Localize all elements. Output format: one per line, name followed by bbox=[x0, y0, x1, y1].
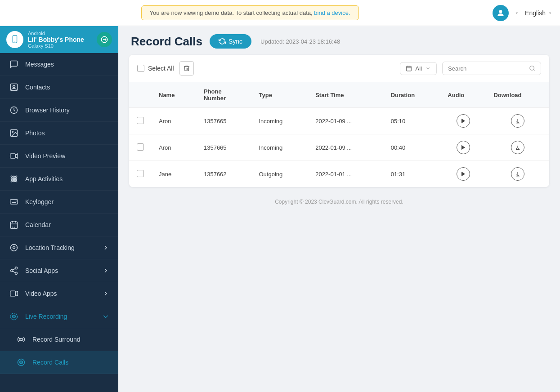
keylogger-icon bbox=[9, 197, 19, 207]
bind-device-link[interactable]: bind a device. bbox=[314, 9, 350, 16]
row-phone: 1357665 bbox=[197, 108, 252, 134]
device-platform: Android bbox=[28, 31, 92, 36]
sidebar-item-video-preview[interactable]: Video Preview bbox=[0, 145, 118, 168]
filter-chevron-icon bbox=[426, 66, 431, 71]
table-card: Select All All bbox=[129, 55, 549, 187]
sidebar-item-record-calls[interactable]: Record Calls bbox=[0, 351, 118, 374]
location-tracking-label: Location Tracking bbox=[25, 244, 75, 251]
table-toolbar: Select All All bbox=[129, 55, 549, 82]
svg-point-12 bbox=[15, 176, 17, 177]
svg-point-13 bbox=[11, 178, 12, 179]
contacts-label: Contacts bbox=[25, 84, 50, 91]
keylogger-label: Keylogger bbox=[25, 198, 54, 205]
device-info: Android Lil' Bobby's Phone Galaxy S10 bbox=[28, 31, 92, 49]
sidebar-item-social-apps[interactable]: Social Apps bbox=[0, 259, 118, 282]
svg-point-18 bbox=[15, 180, 17, 182]
play-icon bbox=[460, 118, 466, 124]
sidebar-item-keylogger[interactable]: Keylogger bbox=[0, 191, 118, 214]
play-icon bbox=[460, 144, 466, 151]
play-button[interactable] bbox=[457, 167, 470, 181]
svg-point-32 bbox=[20, 361, 23, 364]
svg-rect-33 bbox=[406, 66, 411, 71]
filter-dropdown[interactable]: All bbox=[400, 62, 437, 75]
row-checkbox-cell bbox=[129, 161, 152, 187]
download-button[interactable] bbox=[511, 167, 524, 181]
search-box bbox=[442, 62, 541, 75]
trash-icon bbox=[183, 65, 190, 72]
play-button[interactable] bbox=[457, 114, 470, 128]
svg-point-5 bbox=[13, 85, 15, 88]
live-recording-icon bbox=[9, 312, 19, 321]
device-transfer-button[interactable] bbox=[97, 32, 112, 47]
svg-point-17 bbox=[13, 180, 14, 182]
sidebar-item-calendar[interactable]: 12 Calendar bbox=[0, 214, 118, 236]
sidebar-item-photos[interactable]: Photos bbox=[0, 122, 118, 145]
sidebar-item-messages[interactable]: Messages bbox=[0, 53, 118, 76]
svg-point-0 bbox=[499, 10, 502, 13]
svg-point-34 bbox=[529, 66, 534, 71]
svg-rect-27 bbox=[10, 291, 16, 296]
video-apps-label: Video Apps bbox=[25, 290, 57, 297]
svg-point-16 bbox=[11, 180, 12, 182]
sidebar-item-live-recording[interactable]: Live Recording bbox=[0, 305, 118, 328]
browser-history-label: Browser History bbox=[25, 107, 70, 114]
download-button[interactable] bbox=[511, 114, 524, 128]
sidebar-item-video-apps[interactable]: Video Apps bbox=[0, 282, 118, 305]
select-all-label: Select All bbox=[148, 65, 174, 72]
content-area: Record Calls Sync Updated: 2023-04-23 18… bbox=[118, 26, 560, 392]
video-preview-icon bbox=[9, 151, 19, 161]
app-activities-icon bbox=[9, 174, 19, 184]
calendar-label: Calendar bbox=[25, 221, 51, 228]
download-button[interactable] bbox=[511, 141, 524, 154]
app-activities-label: App Activities bbox=[25, 175, 63, 183]
th-type: Type bbox=[251, 82, 308, 108]
row-checkbox[interactable] bbox=[137, 170, 144, 177]
table-header-row: Name PhoneNumber Type Start Time Duratio… bbox=[129, 82, 549, 108]
row-checkbox-cell bbox=[129, 134, 152, 161]
th-duration: Duration bbox=[384, 82, 441, 108]
language-chevron-icon bbox=[547, 10, 553, 16]
row-checkbox[interactable] bbox=[137, 117, 144, 124]
download-icon bbox=[515, 144, 521, 151]
th-start-time: Start Time bbox=[308, 82, 383, 108]
language-selector[interactable]: English bbox=[525, 9, 553, 17]
row-type: Outgoing bbox=[251, 161, 308, 187]
calendar-icon: 12 bbox=[9, 220, 19, 230]
sync-button[interactable]: Sync bbox=[210, 34, 251, 49]
svg-rect-9 bbox=[10, 154, 16, 158]
svg-point-15 bbox=[15, 178, 17, 179]
sidebar-item-record-surround[interactable]: Record Surround bbox=[0, 328, 118, 351]
delete-button[interactable] bbox=[179, 61, 194, 76]
live-recording-label: Live Recording bbox=[25, 313, 67, 320]
row-download-cell bbox=[486, 161, 549, 187]
play-icon bbox=[460, 171, 466, 177]
select-all-checkbox[interactable] bbox=[137, 65, 144, 72]
device-header: Android Lil' Bobby's Phone Galaxy S10 bbox=[0, 26, 118, 53]
table-row: Aron 1357665 Incoming 2022-01-09 ... 05:… bbox=[129, 108, 549, 134]
page-title: Record Calls bbox=[131, 35, 202, 49]
sidebar-item-browser-history[interactable]: Browser History bbox=[0, 99, 118, 122]
sidebar-item-contacts[interactable]: Contacts bbox=[0, 76, 118, 99]
top-bar: You are now viewing demo data. To start … bbox=[0, 0, 560, 26]
svg-point-30 bbox=[20, 339, 22, 341]
row-start-time: 2022-01-09 ... bbox=[308, 108, 383, 134]
copyright-text: Copyright © 2023 ClevGuard.com. All righ… bbox=[275, 199, 403, 205]
device-model: Galaxy S10 bbox=[28, 43, 92, 49]
row-audio-cell bbox=[440, 134, 486, 161]
row-checkbox[interactable] bbox=[137, 143, 144, 151]
photos-icon bbox=[9, 128, 19, 138]
avatar bbox=[493, 5, 509, 21]
svg-text:12: 12 bbox=[12, 225, 16, 228]
record-calls-icon bbox=[16, 357, 26, 367]
social-apps-icon bbox=[9, 266, 19, 276]
row-name: Aron bbox=[152, 108, 197, 134]
play-button[interactable] bbox=[457, 141, 470, 154]
select-all-area: Select All bbox=[137, 65, 174, 72]
sidebar-item-location-tracking[interactable]: Location Tracking bbox=[0, 236, 118, 259]
svg-marker-37 bbox=[461, 172, 465, 177]
location-tracking-icon bbox=[9, 243, 19, 253]
sidebar-item-app-activities[interactable]: App Activities bbox=[0, 168, 118, 191]
live-recording-chevron-icon bbox=[102, 313, 109, 320]
search-input[interactable] bbox=[448, 65, 526, 72]
svg-point-10 bbox=[11, 176, 12, 177]
